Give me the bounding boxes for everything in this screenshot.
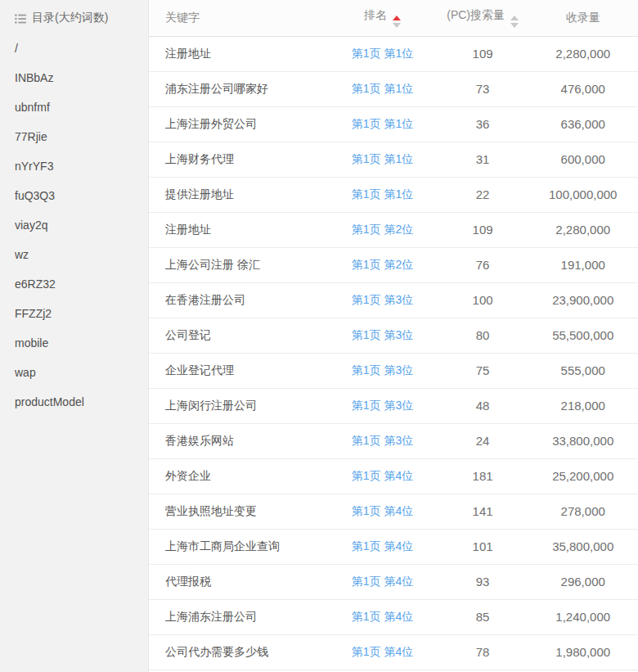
table-row: 上海闵行注册公司 第1页 第3位 48 218,000 bbox=[149, 388, 638, 423]
keyword-cell: 上海财务代理 bbox=[149, 142, 327, 177]
indexed-cell: 55,500,000 bbox=[528, 318, 638, 353]
keyword-cell: 营业执照地址变更 bbox=[149, 494, 327, 529]
keyword-cell: 香港娱乐网站 bbox=[149, 423, 327, 458]
pc-volume-cell: 48 bbox=[438, 388, 528, 423]
pc-volume-cell: 76 bbox=[438, 247, 528, 282]
rank-link[interactable]: 第1页 第1位 bbox=[352, 117, 413, 130]
keyword-cell: 外资企业 bbox=[149, 458, 327, 494]
indexed-cell: 23,900,000 bbox=[528, 282, 638, 318]
rank-link[interactable]: 第1页 第4位 bbox=[352, 575, 413, 588]
rank-cell: 第1页 第1位 bbox=[327, 71, 438, 106]
rank-cell: 第1页 第4位 bbox=[327, 458, 438, 494]
sidebar-title-label: 目录(大约词数) bbox=[32, 11, 108, 25]
rank-cell: 第1页 第3位 bbox=[327, 353, 438, 388]
table-row: 上海浦东注册公司 第1页 第4位 85 1,240,000 bbox=[149, 599, 638, 634]
pc-volume-cell: 109 bbox=[438, 212, 528, 247]
sidebar-item[interactable]: FFZZj2 bbox=[0, 299, 148, 328]
keyword-cell: 公司登记 bbox=[149, 318, 327, 353]
sidebar-item[interactable]: nYrYF3 bbox=[0, 151, 148, 181]
table-row: 注册地址 第1页 第1位 109 2,280,000 bbox=[149, 36, 638, 71]
sidebar-item-label: wap bbox=[15, 366, 36, 379]
rank-link[interactable]: 第1页 第1位 bbox=[352, 82, 413, 95]
keyword-cell: 提供注册地址 bbox=[149, 177, 327, 212]
sidebar-item[interactable]: / bbox=[0, 34, 148, 63]
sidebar-list: / INBbAz ubnfmf 77Rjie nYrYF3 fuQ3Q3 via… bbox=[0, 34, 148, 417]
header-pc-volume[interactable]: (PC)搜索量 bbox=[438, 0, 528, 36]
sidebar-item[interactable]: productModel bbox=[0, 387, 148, 417]
keyword-cell: 公司代办需要多少钱 bbox=[149, 634, 327, 670]
header-keyword: 关键字 bbox=[149, 0, 327, 36]
rank-link[interactable]: 第1页 第4位 bbox=[352, 645, 413, 658]
table-row: 注册地址 第1页 第2位 109 2,280,000 bbox=[149, 212, 638, 247]
pc-volume-cell: 31 bbox=[438, 142, 528, 177]
keyword-cell: 企业登记代理 bbox=[149, 353, 327, 388]
rank-link[interactable]: 第1页 第3位 bbox=[352, 399, 413, 412]
sidebar-item-label: INBbAz bbox=[15, 71, 53, 84]
sidebar-item[interactable]: INBbAz bbox=[0, 63, 148, 92]
sidebar-item[interactable]: viay2q bbox=[0, 210, 148, 240]
table-row: 上海财务代理 第1页 第1位 31 600,000 bbox=[149, 142, 638, 177]
rank-link[interactable]: 第1页 第1位 bbox=[352, 47, 413, 60]
rank-link[interactable]: 第1页 第2位 bbox=[352, 258, 413, 271]
rank-link[interactable]: 第1页 第1位 bbox=[352, 187, 413, 201]
table-row: 代理报税 第1页 第4位 93 296,000 bbox=[149, 564, 638, 599]
sidebar-item[interactable]: wap bbox=[0, 358, 148, 387]
pc-volume-cell: 141 bbox=[438, 494, 528, 529]
header-pc-volume-label: (PC)搜索量 bbox=[447, 8, 505, 21]
keyword-cell: 代理报税 bbox=[149, 564, 327, 599]
indexed-cell: 2,280,000 bbox=[528, 212, 638, 247]
indexed-cell: 218,000 bbox=[528, 388, 638, 423]
sidebar-item-label: viay2q bbox=[15, 219, 47, 232]
keyword-cell: 上海闵行注册公司 bbox=[149, 388, 327, 423]
sidebar-item[interactable]: ubnfmf bbox=[0, 92, 148, 122]
rank-link[interactable]: 第1页 第4位 bbox=[352, 504, 413, 517]
indexed-cell: 2,280,000 bbox=[528, 36, 638, 71]
pc-volume-cell: 78 bbox=[438, 634, 528, 670]
pc-volume-cell: 36 bbox=[438, 106, 528, 142]
pc-volume-cell: 85 bbox=[438, 599, 528, 634]
rank-link[interactable]: 第1页 第3位 bbox=[352, 363, 413, 377]
sidebar-item[interactable]: wz bbox=[0, 240, 148, 269]
pc-volume-cell: 80 bbox=[438, 318, 528, 353]
header-indexed: 收录量 bbox=[528, 0, 638, 36]
rank-link[interactable]: 第1页 第3位 bbox=[352, 328, 413, 341]
table-row: 香港娱乐网站 第1页 第3位 24 33,800,000 bbox=[149, 423, 638, 458]
rank-sort-icon[interactable] bbox=[393, 16, 401, 28]
keyword-cell: 浦东注册公司哪家好 bbox=[149, 71, 327, 106]
keyword-cell: 注册地址 bbox=[149, 212, 327, 247]
rank-cell: 第1页 第4位 bbox=[327, 599, 438, 634]
sidebar-item-label: nYrYF3 bbox=[15, 160, 53, 173]
sidebar-item-label: FFZZj2 bbox=[15, 307, 52, 320]
rank-link[interactable]: 第1页 第2位 bbox=[352, 223, 413, 236]
table-row: 营业执照地址变更 第1页 第4位 141 278,000 bbox=[149, 494, 638, 529]
rank-link[interactable]: 第1页 第3位 bbox=[352, 434, 413, 447]
table-row: 上海公司注册 徐汇 第1页 第2位 76 191,000 bbox=[149, 247, 638, 282]
indexed-cell: 636,000 bbox=[528, 106, 638, 142]
rank-cell: 第1页 第3位 bbox=[327, 388, 438, 423]
rank-link[interactable]: 第1页 第4位 bbox=[352, 469, 413, 482]
sidebar: 目录(大约词数) / INBbAz ubnfmf 77Rjie nYrYF3 f… bbox=[0, 0, 148, 672]
sidebar-item[interactable]: fuQ3Q3 bbox=[0, 181, 148, 210]
indexed-cell: 35,800,000 bbox=[528, 529, 638, 564]
rank-cell: 第1页 第2位 bbox=[327, 212, 438, 247]
sidebar-item[interactable]: mobile bbox=[0, 328, 148, 358]
header-rank[interactable]: 排名 bbox=[327, 0, 438, 36]
pc-volume-cell: 181 bbox=[438, 458, 528, 494]
sidebar-item-label: fuQ3Q3 bbox=[15, 189, 55, 202]
keyword-cell: 注册地址 bbox=[149, 36, 327, 71]
indexed-cell: 476,000 bbox=[528, 71, 638, 106]
rank-cell: 第1页 第4位 bbox=[327, 634, 438, 670]
pc-volume-sort-icon[interactable] bbox=[510, 16, 519, 28]
keyword-table-panel: 关键字 排名 (PC)搜索量 收录量 注册地址 第1页 第1位 109 bbox=[148, 0, 638, 672]
sidebar-item[interactable]: 77Rjie bbox=[0, 122, 148, 151]
rank-link[interactable]: 第1页 第1位 bbox=[352, 152, 413, 165]
sidebar-item-label: e6RZ32 bbox=[15, 277, 56, 291]
sidebar-item[interactable]: e6RZ32 bbox=[0, 269, 148, 299]
list-icon bbox=[15, 13, 26, 23]
keyword-table: 关键字 排名 (PC)搜索量 收录量 注册地址 第1页 第1位 109 bbox=[149, 0, 638, 670]
rank-link[interactable]: 第1页 第4位 bbox=[352, 539, 413, 552]
rank-link[interactable]: 第1页 第3位 bbox=[352, 293, 413, 306]
pc-volume-cell: 109 bbox=[438, 36, 528, 71]
rank-link[interactable]: 第1页 第4位 bbox=[352, 610, 413, 623]
rank-cell: 第1页 第1位 bbox=[327, 142, 438, 177]
